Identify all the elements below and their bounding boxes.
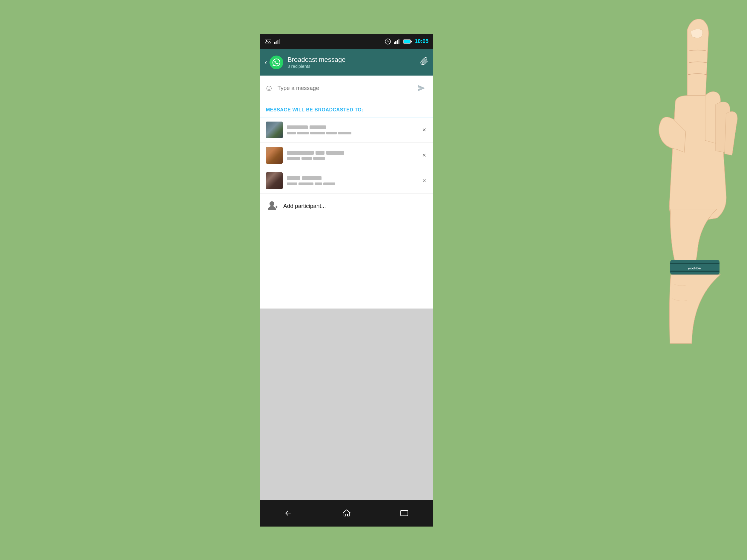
broadcast-header: MESSAGE WILL BE BROADCASTED TO:: [260, 101, 433, 117]
svg-text:wikiHow: wikiHow: [688, 266, 702, 270]
blurred-name-part: [302, 176, 321, 180]
emoji-button[interactable]: ☺: [265, 83, 274, 93]
svg-rect-16: [670, 263, 720, 264]
blurred-detail: [326, 132, 337, 134]
header-subtitle: 3 recipients: [287, 63, 420, 69]
svg-rect-5: [279, 39, 280, 44]
blurred-name-part: [287, 176, 300, 180]
back-arrow[interactable]: ‹: [265, 58, 267, 66]
svg-rect-0: [265, 39, 271, 44]
attach-icon[interactable]: [420, 57, 429, 68]
clock-icon: [385, 38, 391, 45]
gallery-icon: [265, 39, 271, 44]
recents-nav-icon: [400, 509, 409, 517]
battery-icon: [403, 39, 412, 44]
status-bar-left: [265, 39, 280, 44]
blurred-detail: [315, 183, 322, 185]
signal-bars-icon: [394, 39, 401, 44]
signal-icon: [274, 39, 280, 44]
recents-nav-button[interactable]: [392, 504, 416, 522]
svg-rect-3: [276, 41, 277, 44]
message-input[interactable]: [278, 85, 410, 91]
blurred-name-part: [315, 151, 325, 155]
contact-detail-row: [287, 183, 417, 185]
svg-rect-13: [411, 41, 412, 43]
blurred-detail: [287, 132, 296, 134]
avatar: [266, 147, 283, 164]
add-person-icon-container: [266, 199, 279, 213]
svg-rect-12: [404, 40, 410, 43]
blurred-detail: [323, 183, 335, 185]
remove-contact-button[interactable]: ×: [421, 176, 427, 186]
table-row: ×: [260, 143, 433, 168]
contact-detail-row: [287, 132, 417, 134]
contact-name-row: [287, 126, 417, 129]
status-bar: 10:05: [260, 34, 433, 49]
paperclip-svg: [420, 57, 429, 65]
contact-name-row: [287, 176, 417, 180]
svg-rect-15: [401, 510, 408, 516]
send-button[interactable]: [414, 81, 429, 95]
gray-area: [260, 309, 433, 500]
whatsapp-icon: [272, 58, 281, 67]
status-bar-right: 10:05: [385, 38, 429, 45]
svg-rect-8: [395, 41, 396, 44]
hand-svg: wikiHow: [627, 15, 747, 433]
add-person-icon: [266, 200, 279, 212]
blurred-detail: [338, 132, 352, 134]
avatar: [266, 122, 283, 138]
phone-container: 10:05 ‹ Broadcast message 3 recipients ☺: [260, 34, 433, 527]
blurred-detail: [313, 157, 325, 160]
add-participant-button[interactable]: Add participant...: [260, 193, 433, 219]
broadcast-panel: MESSAGE WILL BE BROADCASTED TO:: [260, 101, 433, 500]
message-input-area: ☺: [260, 76, 433, 101]
blurred-name-part: [287, 151, 314, 155]
svg-rect-2: [274, 42, 276, 44]
home-nav-button[interactable]: [335, 504, 359, 522]
blurred-detail: [299, 183, 313, 185]
broadcast-title: MESSAGE WILL BE BROADCASTED TO:: [266, 107, 427, 113]
contact-detail-row: [287, 157, 417, 160]
svg-rect-4: [277, 40, 279, 44]
table-row: ×: [260, 168, 433, 193]
blurred-name-part: [287, 126, 308, 129]
svg-point-14: [269, 201, 274, 206]
hand-illustration: wikiHow: [627, 15, 747, 433]
contact-list: ×: [260, 117, 433, 309]
header-text: Broadcast message 3 recipients: [287, 56, 420, 69]
blurred-detail: [287, 157, 300, 160]
avatar: [266, 172, 283, 189]
contact-info: [287, 151, 417, 160]
whatsapp-header: ‹ Broadcast message 3 recipients: [260, 49, 433, 76]
contact-info: [287, 176, 417, 185]
contact-info: [287, 126, 417, 134]
remove-contact-button[interactable]: ×: [421, 150, 427, 160]
home-nav-icon: [342, 509, 351, 517]
send-icon: [417, 84, 426, 92]
blurred-detail: [287, 183, 297, 185]
blurred-name-part: [326, 151, 344, 155]
contact-name-row: [287, 151, 417, 155]
status-time: 10:05: [415, 38, 429, 45]
svg-rect-7: [394, 43, 395, 44]
table-row: ×: [260, 117, 433, 143]
add-participant-label: Add participant...: [283, 203, 326, 209]
nav-bar: [260, 500, 433, 527]
header-title: Broadcast message: [287, 56, 420, 63]
svg-rect-9: [397, 40, 398, 44]
blurred-detail: [310, 132, 325, 134]
back-nav-icon: [284, 509, 293, 517]
back-nav-button[interactable]: [277, 504, 301, 522]
remove-contact-button[interactable]: ×: [421, 125, 427, 135]
svg-rect-17: [670, 271, 720, 272]
svg-rect-10: [398, 39, 400, 44]
blurred-detail: [302, 157, 312, 160]
blurred-name-part: [310, 126, 326, 129]
whatsapp-logo: [269, 56, 283, 69]
blurred-detail: [297, 132, 309, 134]
